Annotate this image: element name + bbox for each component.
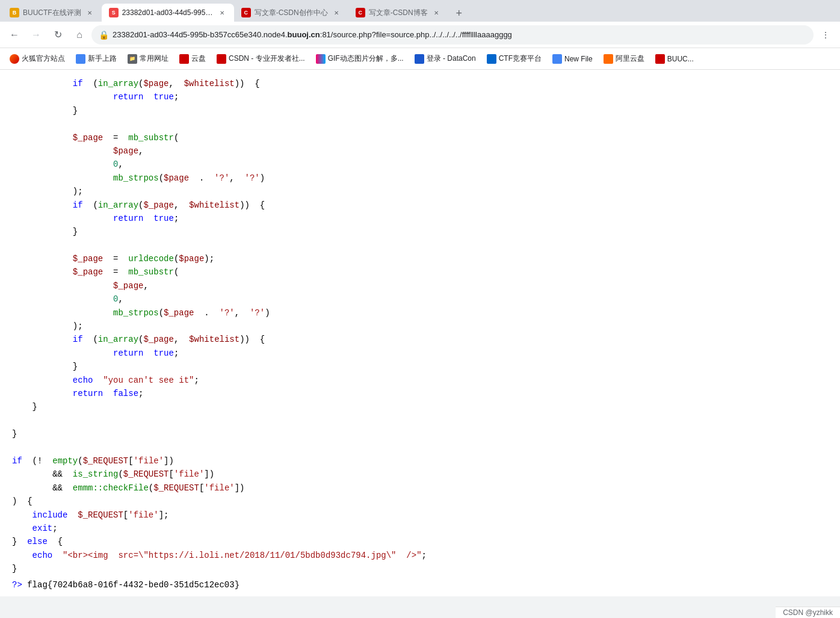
bookmark-csdn-icon: [217, 54, 226, 64]
bookmark-gif-label: GIF动态图片分解，多...: [328, 54, 404, 64]
bookmark-newfile-label: New File: [564, 55, 593, 63]
forward-button[interactable]: →: [26, 25, 46, 45]
new-tab-button[interactable]: +: [451, 5, 468, 22]
tab-source[interactable]: S 23382d01-ad03-44d5-995b-b35... ✕: [102, 4, 234, 22]
bookmarks-bar: 火狐官方站点 新手上路 📁 常用网址 云盘 CSDN - 专业开发者社... G…: [0, 48, 840, 70]
reload-button[interactable]: ↻: [48, 25, 67, 45]
tab-csdn2-icon: C: [356, 8, 365, 17]
extensions-button[interactable]: ⋮: [816, 25, 835, 45]
tab-buuctf-label: BUUCTF在线评测: [23, 8, 81, 18]
bookmark-huhu-label: 火狐官方站点: [22, 54, 65, 64]
bookmark-buuctf2-label: BUUC...: [667, 55, 694, 63]
bookmark-ctf-icon: [487, 54, 496, 64]
tab-csdn1-label: 写文章-CSDN创作中心: [255, 8, 328, 18]
tab-source-label: 23382d01-ad03-44d5-995b-b35...: [122, 8, 214, 17]
code-area: if (in_array($page, $whitelist)) { retur…: [0, 75, 840, 578]
tab-source-icon: S: [109, 8, 119, 17]
address-text: 23382d01-ad03-44d5-995b-b357cc65e340.nod…: [113, 30, 806, 39]
bookmark-buuctf2-icon: [655, 54, 665, 64]
tab-csdn1[interactable]: C 写文章-CSDN创作中心 ✕: [234, 4, 348, 22]
bookmark-yunpan-icon: [179, 54, 189, 64]
main-content: if (in_array($page, $whitelist)) { retur…: [0, 70, 840, 596]
bookmark-newfile-icon: [552, 54, 562, 64]
bookmark-buuctf2[interactable]: BUUC...: [650, 52, 699, 66]
bookmark-common-label: 常用网址: [140, 54, 168, 64]
bookmark-gif-icon: [316, 54, 326, 64]
bookmark-csdn-label: CSDN - 专业开发者社...: [229, 54, 305, 64]
bookmark-common[interactable]: 📁 常用网址: [123, 51, 173, 66]
tab-buuctf-close[interactable]: ✕: [85, 8, 94, 17]
bookmark-aliyun-label: 阿里云盘: [616, 54, 644, 64]
bookmark-yunpan-label: 云盘: [191, 54, 206, 64]
bookmark-huhu[interactable]: 火狐官方站点: [5, 51, 70, 66]
tab-source-close[interactable]: ✕: [217, 8, 227, 17]
bookmark-beginner[interactable]: 新手上路: [71, 51, 122, 66]
address-bar[interactable]: 🔒 23382d01-ad03-44d5-995b-b357cc65e340.n…: [91, 25, 814, 45]
bookmark-datacon-icon: [415, 54, 424, 64]
bookmark-newfile[interactable]: New File: [548, 52, 598, 66]
bookmark-beginner-label: 新手上路: [88, 54, 117, 64]
home-button[interactable]: ⌂: [70, 25, 89, 45]
tab-csdn1-icon: C: [241, 8, 251, 17]
bookmark-datacon-label: 登录 - DataCon: [427, 54, 476, 64]
tabs-bar: B BUUCTF在线评测 ✕ S 23382d01-ad03-44d5-995b…: [0, 0, 840, 22]
bookmark-ctf[interactable]: CTF竞赛平台: [482, 51, 546, 66]
secure-icon: 🔒: [99, 30, 109, 40]
flag-text: flag{7024b6a8-016f-4432-bed0-351d5c12ec0…: [27, 580, 239, 590]
nav-bar: ← → ↻ ⌂ 🔒 23382d01-ad03-44d5-995b-b357cc…: [0, 22, 840, 48]
bookmark-common-icon: 📁: [128, 54, 137, 64]
flag-output: ?> flag{7024b6a8-016f-4432-bed0-351d5c12…: [0, 578, 840, 592]
tab-csdn1-close[interactable]: ✕: [332, 8, 341, 17]
browser-window: B BUUCTF在线评测 ✕ S 23382d01-ad03-44d5-995b…: [0, 0, 840, 618]
tab-buuctf[interactable]: B BUUCTF在线评测 ✕: [2, 4, 102, 22]
bookmark-aliyun-icon: [604, 54, 613, 64]
tab-csdn2-close[interactable]: ✕: [431, 8, 441, 17]
bookmark-csdn[interactable]: CSDN - 专业开发者社...: [212, 51, 310, 66]
bookmark-yunpan[interactable]: 云盘: [174, 51, 211, 66]
status-label: CSDN @yzhikk: [783, 608, 833, 617]
tab-csdn2[interactable]: C 写文章-CSDN博客 ✕: [348, 4, 448, 22]
bookmark-gif[interactable]: GIF动态图片分解，多...: [311, 51, 409, 66]
back-button[interactable]: ←: [5, 25, 24, 45]
tab-buuctf-icon: B: [10, 8, 19, 17]
bookmark-aliyun[interactable]: 阿里云盘: [599, 51, 649, 66]
php-close-tag: ?>: [12, 580, 22, 590]
bookmark-huhu-icon: [10, 54, 19, 64]
bookmark-datacon[interactable]: 登录 - DataCon: [410, 51, 481, 66]
status-bar: CSDN @yzhikk: [776, 607, 840, 618]
bookmark-ctf-label: CTF竞赛平台: [499, 54, 542, 64]
bookmark-beginner-icon: [76, 54, 85, 64]
tab-csdn2-label: 写文章-CSDN博客: [369, 8, 428, 18]
